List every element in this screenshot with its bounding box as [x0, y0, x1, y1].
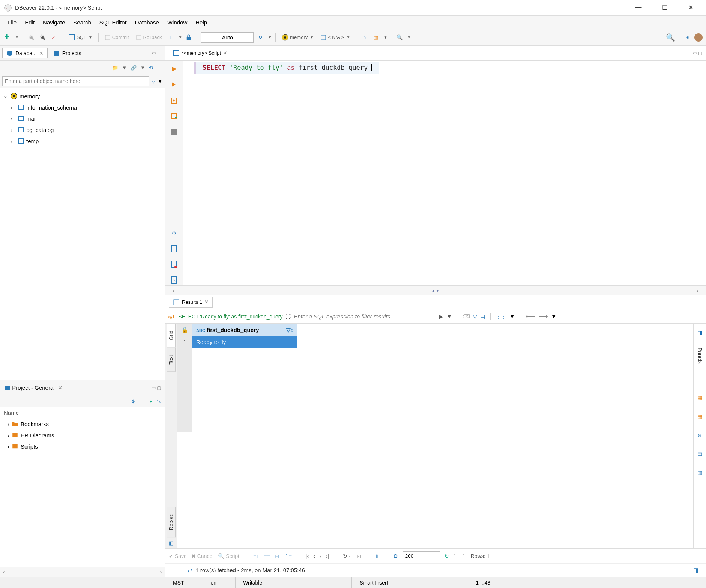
expand-icon[interactable]: ⛶	[285, 314, 291, 320]
database-navigator-tab[interactable]: Databa... ✕	[2, 48, 48, 58]
save-action[interactable]: ✔ Save	[169, 553, 187, 559]
project-min-icon[interactable]: ▭ ▢	[152, 385, 161, 390]
colorder-icon[interactable]: ⋮⋮	[496, 314, 506, 320]
first-page-icon[interactable]: |‹	[306, 553, 309, 559]
plug-disconnect-icon[interactable]: ⟋	[49, 33, 58, 42]
gear-icon[interactable]: ⚙	[131, 399, 135, 404]
connection-selector[interactable]: memory ▼	[279, 33, 316, 42]
editor-results-splitter[interactable]: ‹ ▴ ▾ ›	[165, 285, 706, 295]
scroll-right-icon[interactable]: ›	[697, 288, 698, 293]
menu-navigate[interactable]: Navigate	[39, 18, 69, 27]
panel-toggle-icon[interactable]: ◧	[167, 538, 176, 548]
grid-tab[interactable]: Grid	[167, 324, 176, 347]
cell-value[interactable]: Ready to fly	[192, 336, 297, 348]
edit-del-row-icon[interactable]: ⊟	[275, 553, 279, 559]
lock-icon[interactable]	[184, 33, 193, 42]
panels-icon[interactable]: ◨	[695, 327, 705, 337]
menu-help[interactable]: Help	[192, 18, 211, 27]
plug-auto-icon[interactable]: 🔌	[38, 33, 47, 42]
filter-drop-icon[interactable]: ▼	[446, 314, 452, 320]
nav-fwd-icon[interactable]: ⟶	[538, 312, 548, 321]
home-icon[interactable]: ⌂	[360, 33, 369, 42]
next-page-icon[interactable]: ›	[320, 553, 321, 559]
db-tree-child[interactable]: › information_schema	[3, 102, 162, 113]
filter-col-icon[interactable]: ▽↕	[286, 327, 294, 333]
editor-min-icon[interactable]: ▭ ▢	[693, 51, 702, 56]
db-tree-child[interactable]: › main	[3, 113, 162, 124]
add-icon[interactable]: +	[149, 399, 152, 404]
clear-filter-icon[interactable]: ⌫	[463, 314, 470, 320]
menu-edit[interactable]: Edit	[21, 18, 38, 27]
custom-filter-icon[interactable]: ▤	[480, 314, 485, 320]
collapse-all-icon[interactable]: —	[140, 399, 145, 404]
variables-icon[interactable]: (x)	[169, 275, 179, 285]
commit-mode-input[interactable]	[201, 32, 254, 43]
new-connection-drop[interactable]: ▼	[15, 35, 19, 39]
editor-tab-script[interactable]: *<memory> Script ✕	[169, 48, 231, 58]
link-editor-icon[interactable]: ⇆	[157, 399, 161, 404]
filter-settings-icon[interactable]: ▽	[473, 314, 477, 320]
results-tab-1[interactable]: Results 1 ✕	[169, 297, 213, 308]
maximize-button[interactable]: ☐	[657, 4, 672, 12]
scroll-left-icon[interactable]: ‹	[173, 288, 174, 293]
minimize-button[interactable]: —	[631, 4, 646, 12]
menu-window[interactable]: Window	[164, 18, 191, 27]
refresh-nav-icon[interactable]: ⟲	[149, 65, 153, 70]
db-tree-root[interactable]: ⌄ memory	[3, 90, 162, 102]
link-icon[interactable]: 🔗	[131, 65, 137, 70]
target-icon[interactable]: ⊡	[356, 553, 361, 559]
page-error-icon[interactable]	[169, 259, 179, 270]
scroll-left-icon[interactable]: ‹	[3, 569, 5, 575]
results-tab-close-icon[interactable]: ✕	[204, 299, 209, 305]
run-icon[interactable]	[169, 64, 179, 74]
db-tree-child[interactable]: › temp	[3, 135, 162, 147]
schema-selector[interactable]: < N/A > ▼	[318, 34, 352, 41]
project-item-erdiagrams[interactable]: › ER Diagrams	[4, 429, 161, 441]
autorefresh-icon[interactable]: ↻⊡	[343, 553, 352, 559]
cancel-action[interactable]: ✖ Cancel	[191, 553, 213, 559]
gear-results-icon[interactable]: ⚙	[393, 553, 398, 559]
more-nav-icon[interactable]: ⋯	[157, 65, 162, 70]
last-page-icon[interactable]: ›|	[326, 553, 329, 559]
panel-calc-icon[interactable]: ▦	[695, 412, 705, 422]
menu-file[interactable]: File	[4, 18, 20, 27]
results-filter-input[interactable]	[294, 313, 436, 320]
fetch-size-input[interactable]	[403, 551, 440, 561]
run-script-icon[interactable]	[169, 95, 179, 106]
results-grid[interactable]: 🔒 ABC first_duckdb_query ▽↕ 1Ready to fl…	[177, 324, 693, 548]
new-folder-icon[interactable]: 📁	[112, 65, 118, 70]
page-icon[interactable]	[169, 243, 179, 254]
commit-button[interactable]: Commit	[102, 34, 131, 41]
db-filter-input[interactable]	[2, 76, 149, 86]
panel-refs-icon[interactable]: ▥	[695, 468, 705, 478]
db-tree-child[interactable]: › pg_catalog	[3, 124, 162, 135]
apply-filter-icon[interactable]: ▶	[439, 314, 443, 320]
lock-column-icon[interactable]: 🔒	[181, 327, 188, 333]
run-new-tab-icon[interactable]: +	[169, 80, 179, 90]
script-action[interactable]: 🔍 Script	[218, 553, 239, 559]
settings-icon[interactable]: ⚙	[169, 228, 179, 238]
new-connection-icon[interactable]	[3, 33, 12, 42]
quick-search-icon[interactable]: 🔍	[666, 33, 675, 42]
plug-icon[interactable]: 🔌	[27, 33, 36, 42]
erd-icon[interactable]: ▦	[371, 33, 380, 42]
tx-mode-icon[interactable]: T	[166, 33, 175, 42]
sql-editor-area[interactable]: SELECT 'Ready to fly' as first_duckdb_qu…	[183, 61, 706, 285]
minimize-view-icon[interactable]: ▭	[152, 51, 156, 56]
menu-database[interactable]: Database	[131, 18, 163, 27]
history-icon[interactable]: ↺	[256, 33, 265, 42]
project-close-icon[interactable]: ✕	[58, 384, 63, 391]
sql-editor-button[interactable]: SQL ▼	[66, 33, 95, 42]
panel-metadata-icon[interactable]: ▤	[695, 449, 705, 459]
panel-grouping-icon[interactable]: ⊕	[695, 430, 705, 440]
menu-sqleditor[interactable]: SQL Editor	[96, 18, 131, 27]
record-tab[interactable]: Record	[167, 507, 176, 537]
search-icon[interactable]: 🔍	[395, 33, 404, 42]
row-number[interactable]: 1	[177, 336, 192, 348]
text-tab[interactable]: Text	[167, 348, 176, 372]
rollback-button[interactable]: Rollback	[134, 34, 164, 41]
projects-tab[interactable]: Projects	[49, 48, 86, 58]
run-script-new-icon[interactable]: +	[169, 111, 179, 122]
nav-back-icon[interactable]: ⟵	[526, 312, 535, 321]
export-icon[interactable]: ⇧	[375, 553, 379, 559]
